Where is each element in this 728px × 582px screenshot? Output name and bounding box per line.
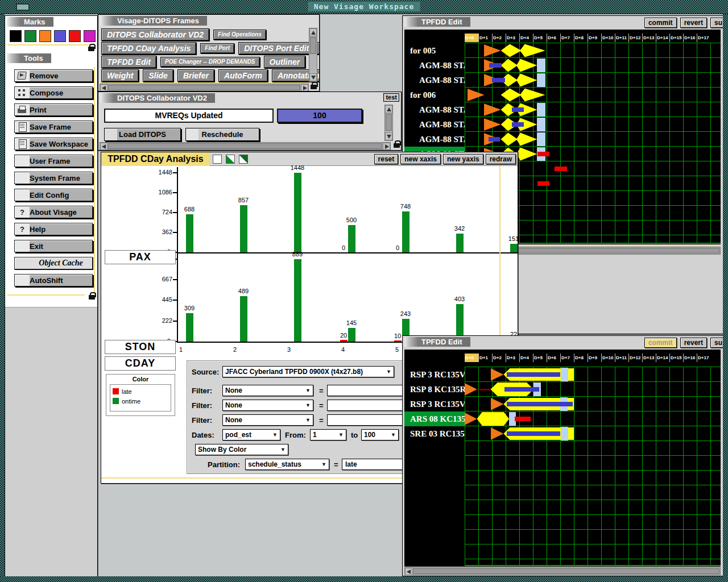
filter-input-3[interactable] — [327, 414, 407, 426]
frame-find-port[interactable]: Find Port — [200, 43, 234, 53]
tool-edit-config[interactable]: Edit Config — [14, 189, 93, 201]
ontime-bar[interactable] — [348, 225, 355, 252]
tools-lock-icon[interactable] — [89, 295, 95, 300]
collaborator-window-title[interactable]: DITOPS Collaborator VD2 — [100, 93, 215, 103]
frame-ditops-port-editor[interactable]: DITOPS Port Editor — [238, 42, 320, 55]
revert-button[interactable]: revert — [680, 338, 707, 348]
tool-autoshift[interactable]: AutoShift — [14, 274, 93, 286]
gantt-row-label[interactable]: for 005 — [404, 43, 465, 58]
revert-button[interactable]: revert — [680, 18, 707, 28]
partition-dropdown[interactable]: schedule_status▼ — [245, 459, 329, 470]
tpfdd-edit-bottom-title[interactable]: TPFDD Edit — [404, 337, 470, 347]
gantt-bottom-horizontal-scrollbar[interactable] — [404, 567, 721, 575]
ontime-bar[interactable] — [186, 214, 193, 252]
filter-input-1[interactable] — [327, 385, 407, 396]
duration-diamond-bar[interactable] — [501, 44, 545, 57]
start-marker-icon[interactable] — [468, 89, 485, 101]
start-marker-icon[interactable] — [484, 103, 501, 116]
start-marker-icon[interactable] — [491, 398, 504, 410]
scrollbar-thumb[interactable] — [386, 114, 392, 131]
tool-user-frame[interactable]: User Frame — [14, 155, 93, 167]
gantt-row-label[interactable]: AGM-88 STA — [404, 73, 465, 88]
duration-hexagon-bar[interactable] — [477, 412, 509, 426]
start-marker-icon[interactable] — [465, 383, 477, 396]
frame-autoform[interactable]: AutoForm — [218, 69, 268, 82]
reschedule-button[interactable]: Reschedule — [185, 128, 259, 141]
late-bar[interactable] — [394, 340, 402, 342]
movement-bar[interactable] — [507, 372, 560, 377]
scrollbar-thumb[interactable] — [310, 37, 316, 54]
start-marker-icon[interactable] — [491, 368, 504, 381]
frame-outliner[interactable]: Outliner — [264, 56, 306, 68]
start-marker-icon[interactable] — [484, 44, 501, 57]
movement-bar[interactable] — [512, 122, 524, 127]
test-tab[interactable]: test — [383, 93, 399, 102]
collab-lock-icon[interactable] — [394, 143, 400, 148]
collab-horizontal-scrollbar[interactable] — [100, 142, 391, 150]
duration-diamond-bar[interactable] — [501, 132, 537, 146]
frame-poe-changer-drop-demands[interactable]: POE Changer -- DROP DEMANDS — [160, 57, 260, 67]
delivery-window-bar[interactable] — [537, 118, 545, 131]
tool-compose[interactable]: Compose — [14, 86, 93, 99]
tool-exit[interactable]: Exit — [14, 240, 93, 252]
ontime-bar[interactable] — [348, 328, 355, 342]
filter-input-2[interactable] — [327, 400, 407, 411]
tool-system-frame[interactable]: System Frame — [14, 172, 93, 184]
late-bar[interactable] — [515, 417, 531, 421]
show-by-dropdown[interactable]: Show By Color▼ — [195, 444, 288, 455]
start-marker-icon[interactable] — [484, 118, 501, 131]
dates-dropdown[interactable]: pod_est▼ — [222, 429, 280, 440]
color-swatch[interactable] — [54, 30, 66, 42]
ontime-bar[interactable] — [294, 173, 301, 252]
start-marker-icon[interactable] — [491, 427, 504, 440]
filter-dropdown-1[interactable]: None▼ — [222, 385, 313, 396]
gantt-row-label[interactable]: RSP 8 KC135R — [404, 382, 465, 397]
from-dropdown[interactable]: 1▼ — [310, 429, 346, 440]
gantt-row-label[interactable]: for 006 — [404, 88, 465, 102]
ontime-bar[interactable] — [294, 259, 301, 342]
late-bar[interactable] — [537, 152, 549, 156]
tpfdd-edit-top-title[interactable]: TPFDD Edit — [404, 17, 470, 27]
filter-dropdown-3[interactable]: None▼ — [222, 414, 313, 426]
movement-bar[interactable] — [489, 137, 500, 142]
color-swatch[interactable] — [10, 30, 22, 42]
tools-panel-title[interactable]: Tools — [7, 53, 51, 63]
delivery-window-bar[interactable] — [537, 73, 545, 87]
frames-vertical-scrollbar[interactable] — [309, 28, 317, 82]
tool-about-visage[interactable]: ?About Visage — [14, 206, 93, 218]
late-bar[interactable] — [537, 181, 549, 186]
delivery-window-bar[interactable] — [537, 132, 545, 146]
scrollbar-thumb[interactable] — [108, 143, 382, 149]
tool-print[interactable]: Print — [14, 103, 93, 116]
scrollbar-thumb[interactable] — [413, 568, 719, 574]
ontime-bar[interactable] — [510, 244, 518, 252]
frame-tpfdd-edit[interactable]: TPFDD Edit — [101, 56, 156, 68]
scroll-down-button[interactable] — [385, 132, 392, 140]
gantt-row-label[interactable]: RSP 3 RC135V/ — [404, 367, 465, 382]
marks-lock-icon[interactable] — [88, 47, 94, 51]
gantt-row-label[interactable]: AGM-88 STA — [404, 102, 465, 117]
movement-bar[interactable] — [507, 402, 572, 406]
ontime-bar[interactable] — [240, 296, 247, 342]
scrollbar-thumb[interactable] — [108, 85, 300, 90]
scroll-right-button[interactable] — [383, 143, 390, 150]
movement-bar[interactable] — [507, 431, 560, 436]
tool-object-cache[interactable]: Object Cache — [14, 257, 93, 269]
gantt-row-label[interactable]: AGM-88 STA — [404, 58, 465, 73]
duration-diamond-bar[interactable] — [501, 73, 537, 87]
ontime-bar[interactable] — [456, 234, 464, 252]
color-swatch[interactable] — [39, 30, 51, 42]
frame-weight[interactable]: Weight — [101, 69, 139, 82]
ontime-bar[interactable] — [240, 205, 247, 252]
to-dropdown[interactable]: 100▼ — [361, 429, 399, 440]
delivery-window-bar[interactable] — [561, 427, 568, 440]
gantt-row-label[interactable]: RSP 3 RC135V/ — [404, 397, 465, 411]
commit-button[interactable]: commit — [644, 338, 677, 348]
scroll-left-button[interactable] — [100, 143, 107, 150]
tool-remove[interactable]: Remove — [14, 69, 93, 82]
color-swatch[interactable] — [24, 30, 36, 42]
scroll-up-button[interactable] — [385, 105, 392, 113]
duration-diamond-bar[interactable] — [501, 88, 545, 102]
movement-bar[interactable] — [512, 107, 524, 112]
start-marker-icon[interactable] — [465, 413, 477, 425]
